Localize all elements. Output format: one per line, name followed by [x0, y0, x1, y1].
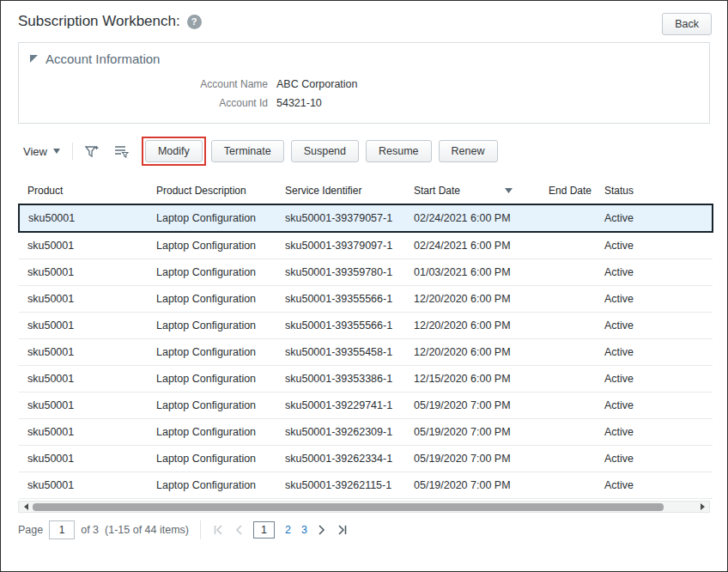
pagination-divider: [200, 520, 201, 539]
cell-product: sku50001: [19, 313, 148, 339]
cell-status: Active: [596, 204, 713, 232]
previous-page-icon[interactable]: [234, 525, 243, 535]
cell-product-description: Laptop Configuration: [148, 232, 276, 259]
scroll-right-icon[interactable]: [697, 503, 707, 510]
cell-start-date: 12/20/2020 6:00 PM: [405, 339, 540, 366]
pagination-bar: Page of 3 (1-15 of 44 items) 1 2 3: [18, 520, 710, 539]
cell-start-date: 01/03/2021 6:00 PM: [405, 259, 540, 286]
table-row[interactable]: sku50001 Laptop Configuration sku50001-3…: [19, 259, 713, 286]
modify-highlight-callout: Modify: [142, 137, 206, 166]
help-icon[interactable]: ?: [187, 15, 202, 29]
page-link-2[interactable]: 2: [285, 524, 291, 536]
cell-start-date: 05/19/2020 7:00 PM: [405, 472, 540, 499]
cell-start-date: 05/19/2020 7:00 PM: [405, 392, 540, 419]
cell-service-identifier: sku50001-39262309-1: [276, 419, 405, 446]
cell-service-identifier: sku50001-39229741-1: [276, 392, 405, 419]
horizontal-scrollbar[interactable]: [18, 501, 710, 513]
view-menu-button[interactable]: View: [18, 142, 65, 161]
view-menu-label: View: [23, 145, 47, 158]
cell-end-date: [540, 313, 596, 339]
cell-end-date: [540, 366, 596, 392]
table-row[interactable]: sku50001 Laptop Configuration sku50001-3…: [19, 313, 713, 339]
cell-product: sku50001: [19, 232, 148, 259]
column-header-service-identifier[interactable]: Service Identifier: [276, 178, 405, 204]
cell-product: sku50001: [19, 204, 148, 232]
query-by-example-icon[interactable]: [111, 142, 133, 161]
column-header-end-date[interactable]: End Date: [540, 178, 596, 204]
cell-end-date: [540, 472, 596, 499]
cell-product-description: Laptop Configuration: [148, 204, 276, 232]
cell-start-date: 12/15/2020 6:00 PM: [405, 366, 540, 392]
cell-product: sku50001: [19, 259, 148, 286]
items-summary: (1-15 of 44 items): [105, 524, 189, 536]
account-id-field: Account Id 54321-10: [29, 95, 699, 111]
next-page-icon[interactable]: [318, 525, 326, 535]
account-section-title: Account Information: [46, 52, 160, 66]
cell-service-identifier: sku50001-39379097-1: [276, 232, 405, 259]
table-row[interactable]: sku50001 Laptop Configuration sku50001-3…: [19, 392, 713, 419]
table-row[interactable]: sku50001 Laptop Configuration sku50001-3…: [19, 204, 713, 232]
cell-service-identifier: sku50001-39262334-1: [276, 446, 405, 472]
chevron-down-icon: [53, 149, 60, 154]
cell-end-date: [540, 204, 596, 232]
cell-product: sku50001: [19, 446, 148, 472]
cell-product: sku50001: [19, 392, 148, 419]
cell-product: sku50001: [19, 472, 148, 499]
cell-end-date: [540, 259, 596, 286]
table-header-row: Product Product Description Service Iden…: [19, 178, 713, 204]
modify-button[interactable]: Modify: [145, 140, 203, 162]
table-row[interactable]: sku50001 Laptop Configuration sku50001-3…: [19, 446, 713, 472]
cell-product: sku50001: [19, 339, 148, 366]
table-row[interactable]: sku50001 Laptop Configuration sku50001-3…: [19, 339, 713, 366]
cell-start-date: 02/24/2021 6:00 PM: [405, 232, 540, 259]
page-title: Subscription Workbench:: [18, 13, 180, 30]
column-header-status[interactable]: Status: [596, 178, 713, 204]
cell-status: Active: [596, 339, 713, 366]
cell-service-identifier: sku50001-39355458-1: [276, 339, 405, 366]
cell-product-description: Laptop Configuration: [148, 446, 276, 472]
subscriptions-table: Product Product Description Service Iden…: [18, 178, 713, 499]
page-button-1-current[interactable]: 1: [253, 521, 275, 539]
renew-button[interactable]: Renew: [439, 140, 498, 162]
table-row[interactable]: sku50001 Laptop Configuration sku50001-3…: [19, 419, 713, 446]
section-collapse-icon[interactable]: [29, 54, 39, 64]
first-page-icon[interactable]: [212, 525, 224, 535]
cell-service-identifier: sku50001-39379057-1: [276, 204, 405, 232]
sort-descending-icon: [505, 188, 513, 193]
table-body: sku50001 Laptop Configuration sku50001-3…: [19, 204, 713, 499]
cell-start-date: 05/19/2020 7:00 PM: [405, 419, 540, 446]
scrollbar-thumb[interactable]: [33, 503, 664, 511]
cell-start-date: 02/24/2021 6:00 PM: [405, 204, 540, 232]
page-header: Subscription Workbench: ? Back: [1, 1, 727, 40]
back-button[interactable]: Back: [662, 13, 712, 35]
suspend-button[interactable]: Suspend: [291, 140, 359, 162]
cell-service-identifier: sku50001-39355566-1: [276, 286, 405, 313]
column-header-start-date[interactable]: Start Date: [405, 178, 540, 204]
column-header-product-description[interactable]: Product Description: [148, 178, 276, 204]
table-row[interactable]: sku50001 Laptop Configuration sku50001-3…: [19, 286, 713, 313]
cell-product-description: Laptop Configuration: [148, 419, 276, 446]
page-link-3[interactable]: 3: [301, 524, 307, 536]
scroll-left-icon[interactable]: [21, 503, 31, 510]
cell-status: Active: [596, 259, 713, 286]
cell-product-description: Laptop Configuration: [148, 313, 276, 339]
toolbar-divider: [72, 143, 73, 160]
cell-start-date: 12/20/2020 6:00 PM: [405, 286, 540, 313]
last-page-icon[interactable]: [337, 525, 349, 535]
cell-service-identifier: sku50001-39353386-1: [276, 366, 405, 392]
cell-status: Active: [596, 419, 713, 446]
page-label: Page: [18, 524, 43, 536]
terminate-button[interactable]: Terminate: [211, 140, 284, 162]
cell-product-description: Laptop Configuration: [148, 366, 276, 392]
subscription-workbench-window: Subscription Workbench: ? Back Account I…: [0, 0, 728, 572]
table-row[interactable]: sku50001 Laptop Configuration sku50001-3…: [19, 366, 713, 392]
table-row[interactable]: sku50001 Laptop Configuration sku50001-3…: [19, 472, 713, 499]
filter-add-icon[interactable]: [82, 142, 104, 161]
resume-button[interactable]: Resume: [366, 140, 432, 162]
column-header-product[interactable]: Product: [19, 178, 148, 204]
page-number-input[interactable]: [49, 520, 75, 539]
cell-status: Active: [596, 366, 713, 392]
table-row[interactable]: sku50001 Laptop Configuration sku50001-3…: [19, 232, 713, 259]
account-information-panel: Account Information Account Name ABC Cor…: [18, 42, 710, 124]
account-id-value: 54321-10: [276, 95, 322, 111]
